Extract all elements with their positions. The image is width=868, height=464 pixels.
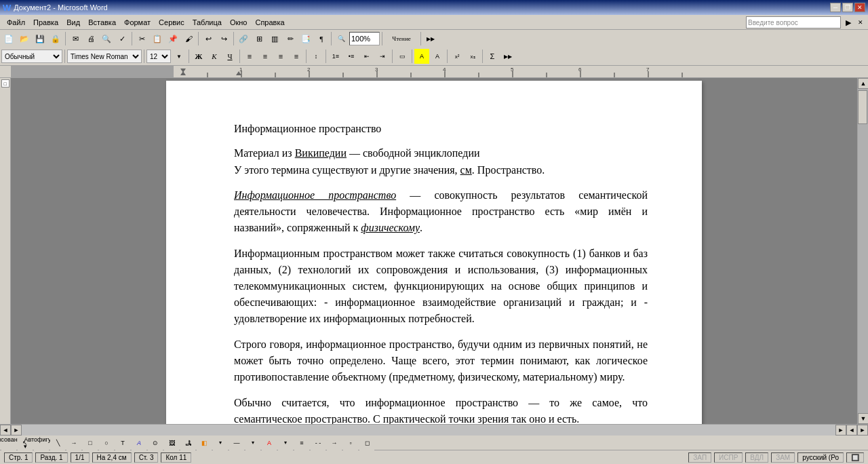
draw-menu-button[interactable]: Рисование ▾ — [1, 436, 16, 450]
align-left-button[interactable]: ≡ — [242, 49, 257, 64]
dash-style-button[interactable]: - - — [311, 436, 326, 450]
wikipedia-link[interactable]: Википедии — [295, 147, 347, 159]
sigma-button[interactable]: Σ — [485, 49, 500, 64]
diagram-button[interactable]: ⊙ — [148, 436, 163, 450]
columns-button[interactable]: ▥ — [267, 31, 282, 46]
new-button[interactable]: 📄 — [1, 31, 16, 46]
style-select[interactable]: Обычный — [1, 50, 62, 63]
line-spacing-button[interactable]: ↕ — [309, 49, 323, 64]
align-right-button[interactable]: ≡ — [273, 49, 288, 64]
document-scroll-area[interactable]: Информационное пространство Материал из … — [11, 78, 857, 424]
close-button[interactable]: ✕ — [854, 3, 865, 12]
menu-insert[interactable]: Вставка — [84, 17, 120, 28]
showformat-button[interactable]: ¶ — [314, 31, 329, 46]
help-search-button[interactable]: ▶ — [842, 16, 854, 28]
textbox-button[interactable]: T — [115, 436, 130, 450]
bullets-button[interactable]: •≡ — [344, 49, 359, 64]
subscript-button[interactable]: x₂ — [465, 49, 480, 64]
zoom-input[interactable]: 100% — [349, 32, 380, 45]
email-button[interactable]: ✉ — [68, 31, 83, 46]
page-prev-button[interactable]: ◄ — [846, 425, 857, 436]
scroll-thumb[interactable] — [858, 90, 867, 124]
menu-edit[interactable]: Правка — [29, 17, 62, 28]
indent-less-button[interactable]: ⇤ — [359, 49, 374, 64]
help-close-button[interactable]: ✕ — [856, 16, 865, 28]
table-button[interactable]: ⊞ — [252, 31, 267, 46]
see-link[interactable]: см — [460, 164, 472, 176]
restore-button[interactable]: ❐ — [842, 3, 853, 12]
scroll-down-button[interactable]: ▼ — [858, 413, 868, 424]
fizicheskomu-link[interactable]: физическому — [361, 222, 420, 233]
hscroll-right-end-button[interactable]: ► — [835, 425, 846, 436]
menu-format[interactable]: Формат — [120, 17, 155, 28]
menu-table[interactable]: Таблица — [189, 17, 226, 28]
help-search-input[interactable] — [746, 16, 841, 28]
line-button[interactable]: ╲ — [50, 436, 65, 450]
hyperlink-button[interactable]: 🔗 — [236, 31, 251, 46]
scroll-track[interactable] — [858, 89, 868, 413]
hscroll-track[interactable] — [22, 425, 835, 436]
superscript-button[interactable]: x² — [450, 49, 465, 64]
underline-button[interactable]: Ч — [222, 49, 237, 64]
arrow-button[interactable]: → — [66, 436, 81, 450]
drawing-button[interactable]: ✏ — [283, 31, 298, 46]
bold-button[interactable]: Ж — [191, 49, 206, 64]
docmap-button[interactable]: 📑 — [298, 31, 313, 46]
open-button[interactable]: 📂 — [17, 31, 32, 46]
more-format-button[interactable]: ▶▶ — [500, 49, 515, 64]
minimize-button[interactable]: ─ — [830, 3, 841, 12]
more-toolbar-button[interactable]: ▶▶ — [423, 31, 438, 46]
arrow-style-button[interactable]: → — [327, 436, 342, 450]
shadow-button[interactable]: ▫ — [343, 436, 358, 450]
font-color-draw-dropdown[interactable]: ▾ — [278, 436, 293, 450]
formatpaste-button[interactable]: 🖌 — [181, 31, 196, 46]
highlight-button[interactable]: A — [414, 49, 429, 64]
fill-color-button[interactable]: ◧ — [197, 436, 212, 450]
autoshapes-button[interactable]: Автофигуры ▾ — [34, 436, 49, 450]
menu-help[interactable]: Справка — [251, 17, 288, 28]
scroll-up-button[interactable]: ▲ — [858, 78, 868, 89]
permission-button[interactable]: 🔒 — [48, 31, 63, 46]
menu-view[interactable]: Вид — [62, 17, 84, 28]
indent-more-button[interactable]: ⇥ — [375, 49, 390, 64]
save-button[interactable]: 💾 — [33, 31, 47, 46]
undo-button[interactable]: ↩ — [201, 31, 216, 46]
para1-term[interactable]: Информационное пространство — [234, 189, 396, 201]
italic-button[interactable]: К — [207, 49, 222, 64]
outside-border-button[interactable]: ▭ — [395, 49, 410, 64]
clipart-button[interactable]: 🖼 — [164, 436, 179, 450]
cut-button[interactable]: ✂ — [134, 31, 149, 46]
align-justify-button[interactable]: ≡ — [289, 49, 304, 64]
numbering-button[interactable]: 1≡ — [328, 49, 343, 64]
align-center-button[interactable]: ≡ — [258, 49, 273, 64]
rect-button[interactable]: □ — [83, 436, 98, 450]
line-style-button[interactable]: ≡ — [294, 436, 309, 450]
redo-button[interactable]: ↪ — [216, 31, 231, 46]
zoom-button[interactable]: 🔍 — [334, 31, 349, 46]
oval-button[interactable]: ○ — [99, 436, 114, 450]
wordart-button[interactable]: A — [132, 436, 146, 450]
spellcheck-button[interactable]: ✓ — [115, 31, 130, 46]
page-next-button[interactable]: ► — [857, 425, 868, 436]
reading-mode-button[interactable]: Чтение — [384, 31, 418, 46]
line-color-button[interactable]: — — [229, 436, 244, 450]
scroll-left-button[interactable]: ◄ — [0, 425, 11, 436]
copy-button[interactable]: 📋 — [150, 31, 165, 46]
picture-button[interactable]: 🏞 — [180, 436, 195, 450]
paste-button[interactable]: 📌 — [165, 31, 180, 46]
fill-color-dropdown[interactable]: ▾ — [213, 436, 228, 450]
font-color-draw-button[interactable]: A — [262, 436, 277, 450]
font-size-select[interactable]: 12 — [146, 50, 171, 63]
3d-button[interactable]: ◻ — [359, 436, 374, 450]
line-color-dropdown[interactable]: ▾ — [245, 436, 260, 450]
font-name-select[interactable]: Times New Roman — [67, 50, 142, 63]
print-button[interactable]: 🖨 — [83, 31, 98, 46]
font-color-button[interactable]: A — [430, 49, 445, 64]
menu-window[interactable]: Окно — [226, 17, 252, 28]
scroll-right-button[interactable]: ► — [11, 425, 22, 436]
menu-file[interactable]: Файл — [3, 17, 29, 28]
printpreview-button[interactable]: 🔍 — [99, 31, 114, 46]
menu-service[interactable]: Сервис — [155, 17, 189, 28]
font-size-dropdown[interactable]: ▼ — [172, 49, 186, 64]
page-view-icon[interactable]: □ — [1, 79, 9, 88]
